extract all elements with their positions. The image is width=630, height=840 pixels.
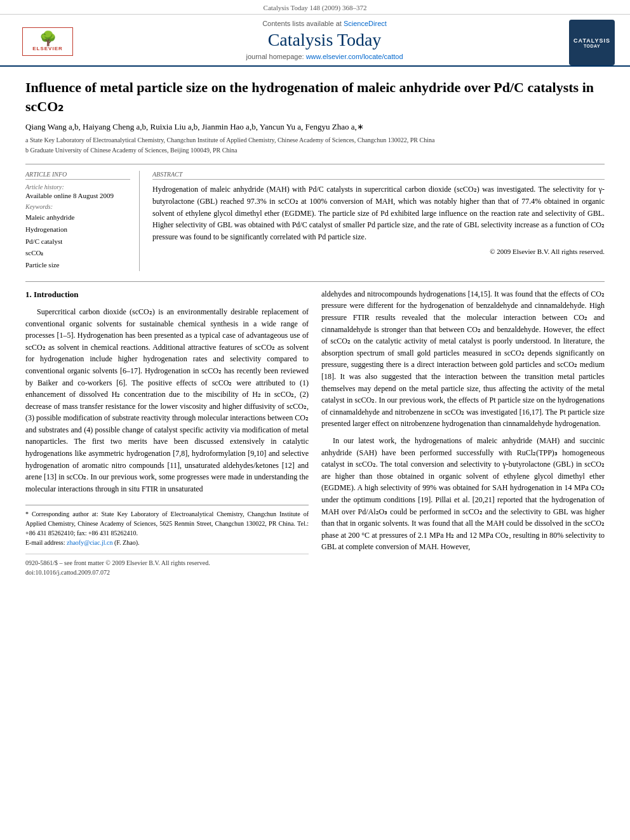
affiliation-2: b Graduate University of Chinese Academy… [25, 145, 605, 155]
sciencedirect-anchor[interactable]: ScienceDirect [344, 20, 387, 27]
available-online: Available online 8 August 2009 [25, 192, 130, 199]
journal-homepage: journal homepage: www.elsevier.com/locat… [246, 53, 403, 60]
doi-text: doi:10.1016/j.cattod.2009.07.072 [25, 568, 309, 577]
article-info-title: ARTICLE INFO [25, 171, 130, 180]
keyword-2: Hydrogenation [25, 223, 130, 236]
email-name: (F. Zhao). [114, 539, 139, 546]
article-container: Influence of metal particle size on the … [0, 67, 630, 590]
homepage-prefix: journal homepage: [246, 53, 305, 60]
keyword-1: Maleic anhydride [25, 211, 130, 223]
elsevier-label: ELSEVIER [32, 46, 63, 51]
journal-citation-bar: Catalysis Today 148 (2009) 368–372 [0, 0, 630, 15]
footnote-area: * Corresponding author at: State Key Lab… [25, 505, 309, 577]
section-1-heading: 1. Introduction [25, 288, 309, 301]
article-info-column: ARTICLE INFO Article history: Available … [25, 171, 140, 270]
divider-1 [25, 164, 605, 164]
copyright-bottom: 0920-5861/$ – see front matter © 2009 El… [25, 554, 309, 577]
issn-text: 0920-5861/$ – see front matter © 2009 El… [25, 558, 309, 568]
info-abstract-section: ARTICLE INFO Article history: Available … [25, 171, 605, 270]
journal-header: 🌳 ELSEVIER Contents lists available at S… [0, 15, 630, 67]
keywords-list: Maleic anhydride Hydrogenation Pd/C cata… [25, 211, 130, 270]
abstract-section: ABSTRACT Hydrogenation of maleic anhydri… [152, 171, 605, 270]
email-link[interactable]: zhaofy@ciac.jl.cn [67, 539, 113, 546]
journal-badge-area: CATALYSIS TODAY [566, 20, 617, 65]
keyword-5: Particle size [25, 259, 130, 271]
homepage-url[interactable]: www.elsevier.com/locate/cattod [306, 53, 403, 60]
body-columns: 1. Introduction Supercritical carbon dio… [25, 288, 605, 578]
tree-icon: 🌳 [39, 32, 57, 46]
history-label: Article history: [25, 183, 130, 190]
citation-text: Catalysis Today 148 (2009) 368–372 [264, 4, 367, 11]
body-right-column: aldehydes and nitrocompounds hydrogenati… [321, 288, 605, 578]
body-left-column: 1. Introduction Supercritical carbon dio… [25, 288, 309, 578]
affiliation-1: a State Key Laboratory of Electroanalyti… [25, 135, 605, 145]
abstract-copyright: © 2009 Elsevier B.V. All rights reserved… [152, 248, 605, 255]
footnote-email: E-mail address: zhaofy@ciac.jl.cn (F. Zh… [25, 538, 309, 547]
keywords-label: Keywords: [25, 203, 130, 210]
email-label: E-mail address: [25, 539, 65, 546]
sciencedirect-link: Contents lists available at ScienceDirec… [262, 20, 387, 27]
badge-today: TODAY [584, 44, 600, 48]
affiliations: a State Key Laboratory of Electroanalyti… [25, 135, 605, 155]
abstract-text: Hydrogenation of maleic anhydride (MAH) … [152, 183, 605, 243]
right-para-1: aldehydes and nitrocompounds hydrogenati… [321, 288, 605, 430]
publisher-logo-area: 🌳 ELSEVIER [13, 20, 83, 65]
authors: Qiang Wang a,b, Haiyang Cheng a,b, Ruixi… [25, 122, 605, 132]
divider-2 [25, 281, 605, 282]
elsevier-logo: 🌳 ELSEVIER [22, 27, 73, 56]
intro-para-1: Supercritical carbon dioxide (scCO₂) is … [25, 306, 309, 495]
journal-title-area: Contents lists available at ScienceDirec… [89, 20, 560, 65]
journal-title: Catalysis Today [268, 30, 382, 50]
catalysis-badge: CATALYSIS TODAY [569, 20, 615, 65]
keyword-3: Pd/C catalyst [25, 236, 130, 248]
authors-text: Qiang Wang a,b, Haiyang Cheng a,b, Ruixi… [25, 122, 364, 131]
right-para-2: In our latest work, the hydrogenations o… [321, 435, 605, 553]
abstract-label: ABSTRACT [152, 171, 605, 180]
sciencedirect-prefix: Contents lists available at [262, 20, 344, 27]
article-title: Influence of metal particle size on the … [25, 78, 605, 116]
keyword-4: scCO₂ [25, 247, 130, 259]
badge-title: CATALYSIS [573, 37, 610, 44]
footnote-star: * Corresponding author at: State Key Lab… [25, 509, 309, 538]
